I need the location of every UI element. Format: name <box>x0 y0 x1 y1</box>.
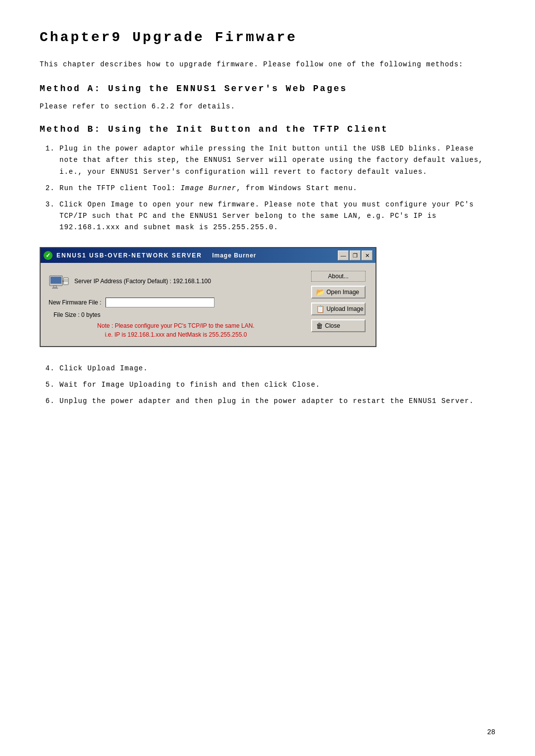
open-image-button[interactable]: 📂 Open Image <box>311 286 366 299</box>
step-5: Wait for Image Uploading to finish and t… <box>59 379 495 391</box>
upload-image-button[interactable]: 📋 Upload Image <box>311 302 366 315</box>
app-name: ENNUS1 USB-OVER-NETWORK SERVER <box>56 252 202 259</box>
filesize-row: File Size : 0 bytes <box>49 311 303 318</box>
method-b-title: Method B: Using the Init Button and the … <box>40 124 495 134</box>
app-icon: ✓ <box>44 251 53 260</box>
window-titlebar: ✓ ENNUS1 USB-OVER-NETWORK SERVER Image B… <box>41 248 375 263</box>
step-1: Plug in the power adaptor while pressing… <box>59 143 495 177</box>
burner-name: Image Burner <box>212 252 256 259</box>
window-close-button[interactable]: ✕ <box>362 251 373 260</box>
firmware-label: New Firmware File : <box>49 299 102 306</box>
window-sidebar: About... 📂 Open Image 📋 Upload Image 🗑 C… <box>311 271 366 338</box>
method-a-section: Method A: Using the ENNUS1 Server's Web … <box>40 84 495 110</box>
filesize-text: File Size : 0 bytes <box>54 311 101 318</box>
restore-button[interactable]: ❐ <box>350 251 361 260</box>
window-controls: — ❐ ✕ <box>338 251 373 260</box>
close-icon: 🗑 <box>316 322 323 330</box>
page-number: 28 <box>487 728 495 736</box>
image-burner-window: ✓ ENNUS1 USB-OVER-NETWORK SERVER Image B… <box>40 247 376 347</box>
open-image-label: Open Image <box>326 289 359 296</box>
window-main: Server IP Address (Factory Default) : 19… <box>49 271 303 338</box>
steps-list-top: Plug in the power adaptor while pressing… <box>59 143 495 233</box>
chapter-title: Chapter9 Upgrade Firmware <box>40 30 495 45</box>
note-line1: Note : Please configure your PC's TCP/IP… <box>49 322 303 329</box>
step-1-text: Plug in the power adaptor while pressing… <box>59 145 483 175</box>
svg-rect-7 <box>64 281 68 282</box>
close-label: Close <box>325 322 340 329</box>
step-2-text: from Windows Start menu. <box>246 184 358 192</box>
window-title: ENNUS1 USB-OVER-NETWORK SERVER Image Bur… <box>56 252 257 259</box>
intro-text: This chapter describes how to upgrade fi… <box>40 59 495 70</box>
about-label: About... <box>328 273 348 280</box>
step-5-text: Wait for Image Uploading to finish and t… <box>59 381 320 389</box>
note-line2: i.e. IP is 192.168.1.xxx and NetMask is … <box>49 331 303 338</box>
svg-rect-6 <box>64 280 68 281</box>
upload-image-label: Upload Image <box>326 305 364 312</box>
step-6: Unplug the power adapter and then plug i… <box>59 396 495 407</box>
svg-rect-5 <box>64 279 68 280</box>
tool-name: Image Burner <box>180 184 236 192</box>
about-button[interactable]: About... <box>311 271 366 282</box>
window-body: Server IP Address (Factory Default) : 19… <box>41 263 375 346</box>
minimize-button[interactable]: — <box>338 251 349 260</box>
step-4: Click Upload Image. <box>59 363 495 374</box>
upload-image-icon: 📋 <box>316 305 324 313</box>
step-2: Run the TFTP client Tool: Image Burner, … <box>59 183 495 194</box>
firmware-file-row: New Firmware File : <box>49 298 303 307</box>
step-3-text: Click Open Image to open your new firmwa… <box>59 201 474 231</box>
open-image-icon: 📂 <box>316 288 324 296</box>
server-ip-row: Server IP Address (Factory Default) : 19… <box>49 271 303 292</box>
svg-rect-2 <box>54 286 56 288</box>
svg-rect-3 <box>52 288 58 289</box>
refer-text: Please refer to section 6.2.2 for detail… <box>40 102 495 110</box>
titlebar-left: ✓ ENNUS1 USB-OVER-NETWORK SERVER Image B… <box>44 251 257 260</box>
method-b-section: Method B: Using the Init Button and the … <box>40 124 495 407</box>
step-4-text: Click Upload Image. <box>59 364 148 372</box>
svg-rect-1 <box>51 277 61 284</box>
step-6-text: Unplug the power adapter and then plug i… <box>59 397 474 405</box>
close-button[interactable]: 🗑 Close <box>311 319 366 332</box>
server-icon <box>49 271 69 292</box>
step-3: Click Open Image to open your new firmwa… <box>59 199 495 233</box>
server-ip-text: Server IP Address (Factory Default) : 19… <box>74 278 211 285</box>
steps-list-bottom: Click Upload Image. Wait for Image Uploa… <box>59 363 495 407</box>
firmware-file-input[interactable] <box>106 298 214 307</box>
method-a-title: Method A: Using the ENNUS1 Server's Web … <box>40 84 495 94</box>
